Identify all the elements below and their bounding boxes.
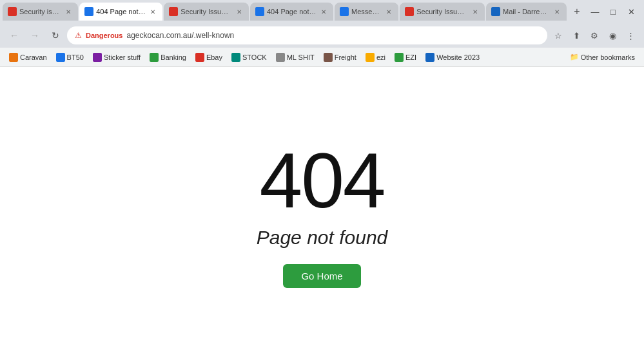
tab-close-button[interactable]: ✕ [552,7,561,16]
new-tab-button[interactable]: + [568,3,586,21]
tab-label: 404 Page not fo... [96,8,146,15]
bookmark-item[interactable]: EZI [391,51,420,64]
bookmark-favicon [150,53,159,62]
window-controls: — □ ✕ [587,4,641,19]
minimize-button[interactable]: — [587,4,603,19]
browser-tab-t5[interactable]: Messenger ✕ [335,3,398,21]
danger-icon: ⚠ [75,31,82,40]
tab-close-button[interactable]: ✕ [471,7,480,16]
bookmark-label: Caravan [20,53,47,61]
bookmark-item[interactable]: Sticker stuff [89,51,144,64]
more-tools-button[interactable]: ⋮ [622,27,639,44]
bookmark-item[interactable]: ML SHIT [272,51,318,64]
browser-tab-t1[interactable]: Security issues ✕ [3,3,78,21]
tab-label: Security issues [19,8,61,15]
forward-button[interactable]: → [26,26,44,44]
tab-close-button[interactable]: ✕ [148,7,157,16]
tab-favicon [84,7,93,16]
bookmark-favicon [93,53,102,62]
bookmark-favicon [324,53,333,62]
bookmark-item[interactable]: Caravan [5,51,51,64]
bookmark-label: STOCK [242,53,267,61]
tab-label: 404 Page not fo... [267,8,317,15]
bookmark-favicon [195,53,204,62]
bookmark-label: Banking [161,53,186,61]
browser-tab-t3[interactable]: Security Issues r... ✕ [164,3,249,21]
other-bookmarks-icon: 📁 [570,53,579,61]
bookmarks-bar: Caravan BT50 Sticker stuff Banking Ebay … [0,48,644,67]
profile-button[interactable]: ◉ [604,27,621,44]
other-bookmarks-label: Other bookmarks [581,53,635,61]
maximize-button[interactable]: □ [605,4,621,19]
other-bookmarks-button[interactable]: 📁 Other bookmarks [566,51,639,63]
address-bar-row: ← → ↻ ⚠ Dangerous ageckocan.com.au/.well… [0,23,644,48]
bookmark-item[interactable]: STOCK [228,51,271,64]
tab-label: Security Issues r... [416,8,468,15]
back-button[interactable]: ← [5,26,23,44]
page-content: 404 Page not found Go Home [0,67,644,362]
tab-label: Security Issues r... [181,8,232,15]
bookmark-item[interactable]: Ebay [191,51,226,64]
bookmark-label: Website 2023 [436,53,480,61]
close-button[interactable]: ✕ [623,4,639,19]
bookmark-item[interactable]: Website 2023 [422,51,483,64]
error-code: 404 [259,142,384,219]
browser-tab-t7[interactable]: Mail - Darren A... ✕ [486,3,567,21]
bookmark-favicon [56,53,65,62]
bookmark-label: EZI [405,53,416,61]
tab-bar: Security issues ✕ 404 Page not fo... ✕ S… [0,0,644,23]
tab-label: Mail - Darren A... [503,8,550,15]
tab-favicon [255,7,264,16]
bookmark-favicon [9,53,18,62]
extensions-button[interactable]: ⚙ [586,27,603,44]
bookmark-favicon [425,53,434,62]
bookmark-label: Sticker stuff [104,53,141,61]
bookmark-favicon [366,53,375,62]
tab-close-button[interactable]: ✕ [64,7,73,16]
bookmark-label: Ebay [206,53,222,61]
tab-close-button[interactable]: ✕ [319,7,328,16]
url-text: ageckocan.com.au/.well-known [126,31,234,40]
bookmark-label: BT50 [67,53,84,61]
bookmark-favicon [276,53,285,62]
tab-favicon [8,7,17,16]
error-message: Page not found [257,227,388,249]
tab-favicon [491,7,500,16]
go-home-button[interactable]: Go Home [283,264,360,288]
bookmark-star-button[interactable]: ☆ [550,27,567,44]
tab-favicon [169,7,178,16]
bookmark-label: ML SHIT [287,53,315,61]
bookmark-item[interactable]: Freight [320,51,360,64]
browser-tab-t6[interactable]: Security Issues r... ✕ [400,3,485,21]
tab-close-button[interactable]: ✕ [384,7,393,16]
danger-label: Dangerous [86,32,122,39]
bookmark-label: Freight [335,53,356,61]
bookmark-item[interactable]: ezi [362,51,389,64]
address-bar[interactable]: ⚠ Dangerous ageckocan.com.au/.well-known [67,26,547,44]
bookmark-label: ezi [376,53,385,61]
bookmark-favicon [231,53,240,62]
bookmark-favicon [395,53,404,62]
browser-tab-t2[interactable]: 404 Page not fo... ✕ [79,3,162,21]
address-bar-actions: ☆ ⬆ ⚙ ◉ ⋮ [550,27,639,44]
browser-tab-t4[interactable]: 404 Page not fo... ✕ [250,3,333,21]
bookmark-item[interactable]: Banking [146,51,190,64]
tab-favicon [405,7,414,16]
reload-button[interactable]: ↻ [46,26,64,44]
tab-label: Messenger [351,8,382,15]
tab-close-button[interactable]: ✕ [235,7,244,16]
bookmark-item[interactable]: BT50 [52,51,88,64]
browser-chrome: Security issues ✕ 404 Page not fo... ✕ S… [0,0,644,67]
share-button[interactable]: ⬆ [568,27,585,44]
tab-favicon [340,7,349,16]
